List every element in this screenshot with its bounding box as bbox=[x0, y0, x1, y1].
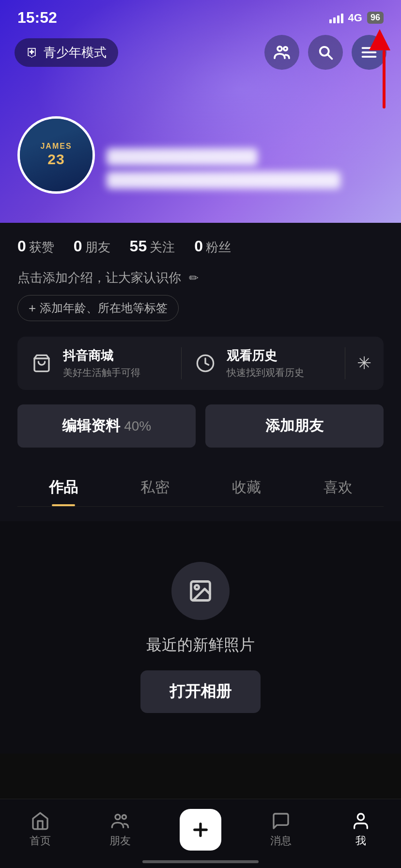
history-card-text: 观看历史 快速找到观看历史 bbox=[227, 347, 304, 379]
search-icon bbox=[317, 44, 334, 61]
status-icons: 4G 96 bbox=[329, 12, 384, 24]
open-album-button[interactable]: 打开相册 bbox=[140, 670, 261, 713]
stat-following[interactable]: 55 关注 bbox=[130, 237, 175, 256]
profile-section: 0 获赞 0 朋友 55 关注 0 粉丝 点击添加介绍，让大家认识你 ✏ + 添… bbox=[0, 223, 401, 521]
home-indicator bbox=[142, 860, 259, 863]
friends-icon bbox=[273, 44, 291, 61]
add-friend-label: 添加朋友 bbox=[265, 418, 324, 434]
add-friend-button[interactable]: 添加朋友 bbox=[205, 404, 384, 448]
avatar-image: JAMES 23 bbox=[20, 119, 93, 191]
friends-nav-button[interactable] bbox=[264, 35, 299, 70]
stats-row: 0 获赞 0 朋友 55 关注 0 粉丝 bbox=[17, 237, 384, 256]
empty-icon-circle bbox=[171, 562, 230, 620]
avatar: JAMES 23 bbox=[17, 116, 95, 194]
tab-likes[interactable]: 喜欢 bbox=[292, 467, 384, 506]
bottom-nav-add[interactable] bbox=[160, 809, 241, 851]
shop-card-text: 抖音商城 美好生活触手可得 bbox=[63, 347, 140, 379]
svg-point-12 bbox=[123, 815, 126, 819]
bottom-nav-home[interactable]: 首页 bbox=[0, 811, 80, 848]
tab-private-label: 私密 bbox=[140, 479, 170, 495]
tab-works[interactable]: 作品 bbox=[17, 467, 109, 506]
friends-nav-label: 朋友 bbox=[109, 834, 131, 848]
svg-point-10 bbox=[195, 585, 199, 589]
status-time: 15:52 bbox=[17, 9, 57, 27]
hero-section: ⛨ 青少年模式 bbox=[0, 0, 401, 223]
bottom-nav-friends[interactable]: 朋友 bbox=[80, 811, 161, 848]
svg-point-15 bbox=[358, 814, 364, 820]
profile-icon bbox=[351, 811, 370, 831]
youth-mode-label: 青少年模式 bbox=[44, 44, 107, 61]
jersey-text: JAMES 23 bbox=[40, 141, 72, 168]
empty-state-title: 最近的新鲜照片 bbox=[146, 635, 255, 656]
tab-favorites[interactable]: 收藏 bbox=[200, 467, 292, 506]
status-bar: 15:52 4G 96 bbox=[0, 0, 401, 31]
cart-icon bbox=[29, 351, 54, 376]
shop-feature-card[interactable]: 抖音商城 美好生活触手可得 bbox=[17, 337, 181, 390]
shop-title: 抖音商城 bbox=[63, 347, 140, 364]
add-icon bbox=[190, 820, 211, 840]
likes-count: 0 bbox=[17, 237, 26, 255]
blurred-username-area bbox=[107, 148, 382, 189]
action-buttons-row: 编辑资料 40% 添加朋友 bbox=[17, 404, 384, 448]
avatar-container[interactable]: JAMES 23 bbox=[17, 116, 95, 194]
messages-icon bbox=[271, 811, 291, 831]
arrow-head bbox=[369, 29, 390, 50]
content-tabs: 作品 私密 收藏 喜欢 bbox=[17, 467, 384, 507]
photo-icon bbox=[188, 578, 213, 604]
more-feature-card[interactable]: ✳ bbox=[345, 337, 384, 390]
tab-works-label: 作品 bbox=[49, 479, 78, 495]
followers-label: 粉丝 bbox=[206, 239, 231, 256]
bottom-nav-messages[interactable]: 消息 bbox=[241, 811, 321, 848]
svg-point-0 bbox=[278, 46, 282, 51]
following-label: 关注 bbox=[150, 239, 175, 256]
tag-plus-icon: + bbox=[29, 301, 36, 316]
friends-nav-icon bbox=[110, 811, 130, 831]
asterisk-icon: ✳ bbox=[357, 353, 371, 373]
edit-profile-button[interactable]: 编辑资料 40% bbox=[17, 404, 196, 448]
followers-count: 0 bbox=[194, 237, 203, 255]
add-tag-button[interactable]: + 添加年龄、所在地等标签 bbox=[17, 295, 179, 321]
profile-nav-label: 我 bbox=[355, 834, 366, 848]
open-album-label: 打开相册 bbox=[170, 682, 231, 700]
tab-favorites-label: 收藏 bbox=[232, 479, 261, 495]
svg-point-1 bbox=[284, 47, 288, 51]
bio-text: 点击添加介绍，让大家认识你 bbox=[17, 269, 181, 286]
bottom-nav-profile[interactable]: 我 bbox=[321, 811, 401, 848]
stat-followers[interactable]: 0 粉丝 bbox=[194, 237, 231, 256]
empty-content-area: 最近的新鲜照片 打开相册 bbox=[0, 521, 401, 754]
svg-line-3 bbox=[327, 54, 332, 59]
blurred-name-strip bbox=[107, 148, 258, 166]
history-feature-card[interactable]: 观看历史 快速找到观看历史 bbox=[181, 337, 345, 390]
annotation-arrow bbox=[369, 29, 390, 108]
stat-likes[interactable]: 0 获赞 bbox=[17, 237, 54, 256]
history-title: 观看历史 bbox=[227, 347, 304, 364]
bio-row[interactable]: 点击添加介绍，让大家认识你 ✏ bbox=[17, 269, 384, 286]
svg-point-11 bbox=[115, 815, 120, 820]
nav-icons bbox=[264, 35, 386, 70]
shop-subtitle: 美好生活触手可得 bbox=[63, 366, 140, 379]
edit-profile-percent: 40% bbox=[124, 418, 151, 434]
clock-icon bbox=[193, 351, 218, 376]
friends-count: 0 bbox=[74, 237, 82, 255]
stat-friends[interactable]: 0 朋友 bbox=[74, 237, 110, 256]
add-btn-circle[interactable] bbox=[180, 809, 221, 851]
edit-profile-label: 编辑资料 bbox=[62, 418, 120, 434]
top-nav: ⛨ 青少年模式 bbox=[0, 35, 401, 70]
blurred-id-strip bbox=[107, 171, 340, 189]
following-count: 55 bbox=[130, 237, 147, 255]
messages-nav-label: 消息 bbox=[270, 834, 292, 848]
bottom-navigation: 首页 朋友 消息 我 bbox=[0, 799, 401, 868]
youth-mode-badge[interactable]: ⛨ 青少年模式 bbox=[15, 38, 118, 67]
tab-private[interactable]: 私密 bbox=[109, 467, 200, 506]
home-icon bbox=[31, 811, 50, 831]
search-nav-button[interactable] bbox=[308, 35, 343, 70]
home-nav-label: 首页 bbox=[30, 834, 51, 848]
likes-label: 获赞 bbox=[29, 239, 54, 256]
arrow-line bbox=[383, 50, 386, 108]
friends-label: 朋友 bbox=[85, 239, 110, 256]
network-badge: 4G bbox=[348, 12, 362, 24]
history-subtitle: 快速找到观看历史 bbox=[227, 366, 304, 379]
edit-bio-icon[interactable]: ✏ bbox=[189, 271, 199, 285]
shield-icon: ⛨ bbox=[26, 45, 39, 60]
tab-likes-label: 喜欢 bbox=[324, 479, 353, 495]
